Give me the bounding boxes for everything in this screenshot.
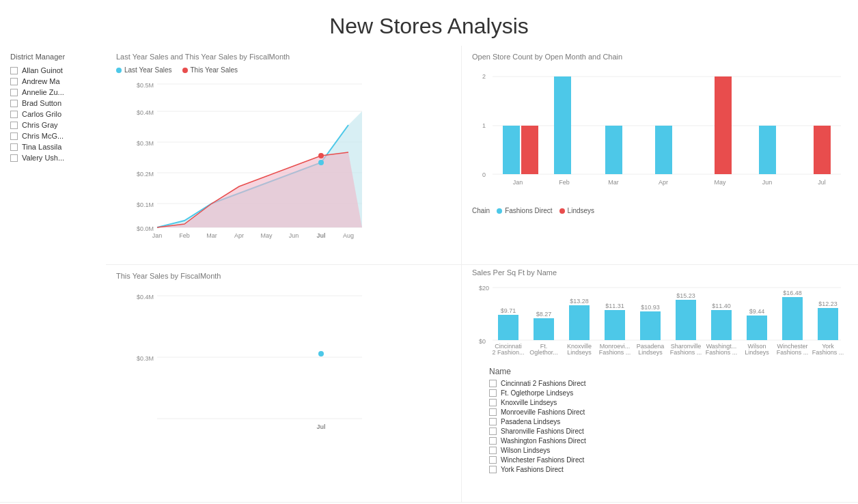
open-store-chart-title: Open Store Count by Open Month and Chain [472, 53, 848, 61]
svg-text:Jul: Jul [316, 232, 325, 239]
sidebar-checkbox[interactable] [10, 78, 18, 85]
sidebar-item-label: Carlos Grilo [22, 110, 61, 118]
sidebar-item-label: Allan Guinot [22, 66, 63, 74]
sidebar-item[interactable]: Chris McG... [10, 132, 96, 140]
bottom-line-chart-container: This Year Sales by FiscalMonth $0.4M $0.… [106, 265, 462, 502]
svg-text:Oglethor...: Oglethor... [529, 349, 558, 356]
last-year-dot [116, 68, 122, 73]
svg-text:Jan: Jan [513, 179, 523, 186]
name-legend-checkbox[interactable] [489, 428, 497, 435]
sidebar-checkbox[interactable] [10, 100, 18, 107]
svg-text:$9.44: $9.44 [749, 308, 765, 315]
name-legend-label: Washington Fashions Direct [501, 437, 586, 445]
page-title: New Stores Analysis [0, 0, 858, 46]
svg-text:Jul: Jul [316, 423, 325, 430]
name-legend-label: Monroeville Fashions Direct [501, 408, 585, 416]
name-legend-checkbox[interactable] [489, 437, 497, 445]
svg-rect-55 [534, 318, 554, 340]
sidebar-item[interactable]: Brad Sutton [10, 99, 96, 107]
line-chart-legend: Last Year Sales This Year Sales [116, 66, 451, 74]
name-legend-item[interactable]: Monroeville Fashions Direct [489, 408, 848, 416]
name-legend-checkbox[interactable] [489, 418, 497, 425]
svg-rect-30 [554, 76, 571, 174]
lindseys-label: Lindseys [568, 207, 594, 214]
name-legend-label: Ft. Oglethorpe Lindseys [501, 389, 573, 397]
svg-rect-33 [715, 76, 732, 174]
sidebar-item[interactable]: Chris Gray [10, 121, 96, 129]
svg-text:Jun: Jun [762, 179, 773, 186]
sidebar-title: District Manager [10, 53, 96, 61]
name-legend-item[interactable]: York Fashions Direct [489, 466, 848, 473]
svg-text:Fashions ...: Fashions ... [599, 349, 631, 356]
svg-text:$12.23: $12.23 [818, 300, 838, 307]
name-legend-checkbox[interactable] [489, 447, 497, 454]
svg-text:2: 2 [482, 73, 486, 80]
name-legend-checkbox[interactable] [489, 408, 497, 416]
name-legend-item[interactable]: Wilson Lindseys [489, 447, 848, 454]
svg-text:$0.0M: $0.0M [137, 225, 154, 232]
name-legend-label: Winchester Fashions Direct [501, 456, 584, 464]
svg-rect-53 [498, 315, 518, 340]
svg-text:Lindseys: Lindseys [567, 349, 592, 356]
name-legend-checkbox[interactable] [489, 456, 497, 464]
fashions-direct-legend: Fashions Direct [497, 207, 552, 214]
sidebar-checkbox[interactable] [10, 132, 18, 140]
svg-rect-59 [605, 310, 625, 340]
sidebar-checkbox[interactable] [10, 143, 18, 151]
sidebar-item[interactable]: Annelie Zu... [10, 88, 96, 96]
sidebar-item[interactable]: Tina Lassila [10, 143, 96, 151]
svg-text:$16.48: $16.48 [783, 290, 802, 296]
top-charts-row: Last Year Sales and This Year Sales by F… [106, 46, 858, 264]
bottom-line-chart-svg: $0.4M $0.3M Jul [116, 285, 369, 436]
svg-rect-57 [569, 305, 590, 340]
name-legend-checkbox[interactable] [489, 399, 497, 406]
name-legend-item[interactable]: Winchester Fashions Direct [489, 456, 848, 464]
svg-rect-28 [503, 126, 520, 174]
svg-text:Jun: Jun [289, 232, 299, 239]
name-legend-label: Pasadena Lindseys [501, 418, 560, 425]
bottom-right-container: Sales Per Sq Ft by Name $20 $0 $9.71 [462, 265, 858, 502]
svg-text:$8.27: $8.27 [536, 311, 552, 318]
svg-rect-32 [655, 126, 672, 174]
name-legend: Name Cincinnati 2 Fashions DirectFt. Ogl… [462, 363, 858, 479]
name-legend-item[interactable]: Knoxville Lindseys [489, 399, 848, 406]
name-legend-item[interactable]: Ft. Oglethorpe Lindseys [489, 389, 848, 397]
svg-rect-35 [814, 126, 831, 174]
bottom-charts-row: This Year Sales by FiscalMonth $0.4M $0.… [106, 264, 858, 502]
name-legend-checkbox[interactable] [489, 380, 497, 387]
line-chart-container: Last Year Sales and This Year Sales by F… [106, 46, 462, 264]
name-legend-item[interactable]: Cincinnati 2 Fashions Direct [489, 380, 848, 387]
svg-text:Mar: Mar [608, 179, 619, 186]
svg-rect-31 [605, 126, 622, 174]
name-legend-label: York Fashions Direct [501, 466, 564, 473]
svg-text:$13.28: $13.28 [570, 298, 589, 305]
name-legend-item[interactable]: Pasadena Lindseys [489, 418, 848, 425]
svg-rect-34 [759, 126, 776, 174]
sidebar-item[interactable]: Carlos Grilo [10, 110, 96, 118]
svg-text:Apr: Apr [659, 179, 668, 186]
sidebar-checkbox[interactable] [10, 89, 18, 96]
sidebar-item[interactable]: Allan Guinot [10, 66, 96, 74]
svg-text:Jan: Jan [152, 232, 163, 239]
lindseys-legend: Lindseys [559, 207, 594, 214]
name-legend-item[interactable]: Washington Fashions Direct [489, 437, 848, 445]
sidebar-checkbox[interactable] [10, 67, 18, 74]
svg-text:Lindseys: Lindseys [638, 349, 663, 356]
name-legend-item[interactable]: Sharonville Fashions Direct [489, 428, 848, 435]
svg-rect-65 [711, 310, 732, 340]
name-legend-label: Wilson Lindseys [501, 447, 550, 454]
sidebar-item-label: Brad Sutton [22, 99, 61, 107]
svg-text:0: 0 [482, 171, 486, 178]
sidebar-item[interactable]: Valery Ush... [10, 154, 96, 162]
svg-text:Feb: Feb [559, 179, 570, 186]
name-legend-label: Sharonville Fashions Direct [501, 428, 584, 435]
name-legend-checkbox[interactable] [489, 389, 497, 397]
sidebar-checkbox[interactable] [10, 122, 18, 129]
name-legend-checkbox[interactable] [489, 466, 497, 473]
sidebar-checkbox[interactable] [10, 111, 18, 118]
svg-text:Fashions ...: Fashions ... [812, 349, 844, 356]
sidebar-checkbox[interactable] [10, 154, 18, 162]
svg-rect-63 [676, 300, 696, 340]
svg-text:$0.4M: $0.4M [137, 109, 154, 116]
sidebar-item[interactable]: Andrew Ma [10, 77, 96, 85]
